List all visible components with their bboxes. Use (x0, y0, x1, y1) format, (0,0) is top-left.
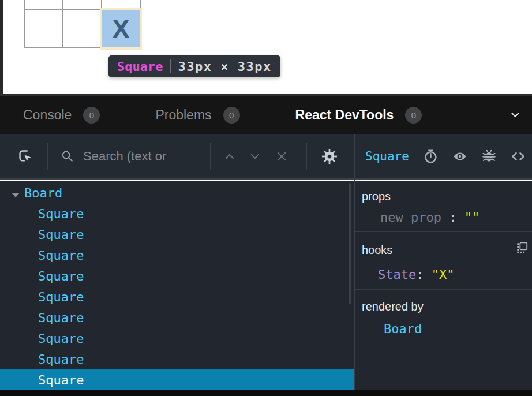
suspend-stopwatch-icon[interactable] (423, 148, 439, 164)
new-prop-input[interactable]: new prop (380, 210, 441, 225)
tree-row[interactable]: Square (0, 369, 354, 390)
tooltip-dimensions: 33px × 33px (178, 59, 271, 74)
inspector-toolbar: Square (355, 134, 532, 180)
hooks-section: hooks State: "X" (355, 232, 532, 290)
hook-state-name: State (378, 267, 416, 282)
tab-label: Console (23, 107, 72, 123)
clear-search-icon[interactable] (275, 150, 289, 163)
inspect-dom-eye-icon[interactable] (452, 148, 468, 165)
hooks-section-title: hooks (362, 244, 526, 257)
devtools-tabbar: Console 0 Problems 0 React DevTools 0 (0, 94, 532, 134)
toolbar-divider (306, 143, 307, 170)
component-name: Square (38, 227, 84, 242)
new-prop-value-input[interactable]: "" (464, 210, 480, 225)
tree-row[interactable]: Square (0, 349, 354, 369)
tree-row[interactable]: Square (0, 286, 354, 307)
panel-divider[interactable] (354, 134, 355, 390)
component-tree: Board Square Square Square Square (0, 181, 354, 390)
board-square[interactable] (25, 10, 62, 47)
tree-toolbar (0, 134, 354, 180)
board-square[interactable] (102, 0, 140, 9)
tree-row[interactable]: Board (0, 182, 354, 203)
settings-gear-icon[interactable] (321, 148, 338, 165)
board-square[interactable] (25, 0, 62, 9)
parse-hook-names-icon[interactable] (516, 241, 529, 254)
selected-component-title: Square (365, 150, 409, 163)
hook-state-value[interactable]: "X" (432, 267, 455, 282)
window-edge (0, 0, 3, 94)
expander-triangle-icon[interactable] (12, 186, 24, 200)
toolbar-divider (210, 143, 211, 170)
tab-badge: 0 (223, 107, 240, 124)
log-bug-icon[interactable] (481, 148, 497, 164)
component-name: Square (38, 269, 84, 283)
previous-result-icon[interactable] (223, 150, 237, 163)
tictactoe-board: X (24, 0, 141, 48)
tree-row[interactable]: Square (0, 266, 354, 286)
component-name: Square (38, 352, 84, 367)
component-name: Square (38, 248, 84, 263)
inspect-overlay-tooltip: Square 33px × 33px (108, 55, 280, 77)
rendered-by-section: rendered by Board (355, 290, 532, 389)
search-input[interactable] (83, 149, 205, 164)
devtools-tab[interactable]: Problems 0 (155, 107, 239, 124)
component-name: Square (38, 311, 84, 325)
rendered-by-title: rendered by (362, 300, 526, 313)
tree-row[interactable]: Square (0, 245, 354, 266)
devtools-tab[interactable]: Console 0 (23, 107, 100, 124)
colon: : (416, 267, 424, 282)
tree-scrollbar[interactable] (349, 183, 351, 304)
inspector-panel: props new prop : "" hooks State: (355, 181, 532, 390)
component-name: Square (38, 373, 84, 387)
tab-badge: 0 (405, 107, 422, 124)
devtools-tab[interactable]: React DevTools 0 (295, 107, 422, 124)
board-square[interactable] (63, 10, 101, 47)
bottom-edge (0, 390, 532, 396)
tab-label: React DevTools (295, 107, 394, 123)
inspect-element-icon[interactable] (17, 148, 33, 164)
chevron-down-icon[interactable] (509, 109, 522, 121)
tooltip-divider (170, 59, 171, 73)
tab-badge: 0 (83, 107, 100, 124)
view-source-code-icon[interactable] (510, 148, 526, 165)
board-square-highlighted[interactable]: X (102, 10, 140, 47)
tree-row[interactable]: Square (0, 203, 354, 224)
tooltip-component-name: Square (117, 59, 163, 74)
component-name: Square (38, 331, 84, 346)
square-mark: X (112, 13, 130, 44)
tree-row[interactable]: Square (0, 328, 354, 349)
colon: : (449, 210, 456, 225)
props-section-title: props (362, 190, 526, 203)
browser-page: X Square 33px × 33px (0, 0, 532, 94)
devtools-window: X Square 33px × 33px Console 0 Problems … (0, 0, 532, 396)
props-section: props new prop : "" (355, 181, 532, 232)
owner-link-board[interactable]: Board (362, 322, 526, 336)
toolbar-divider (47, 143, 48, 170)
component-name: Square (38, 290, 84, 304)
next-result-icon[interactable] (248, 150, 262, 163)
tree-row[interactable]: Square (0, 224, 354, 245)
tab-label: Problems (155, 107, 211, 123)
tree-row[interactable]: Square (0, 307, 354, 328)
component-name: Board (24, 186, 62, 200)
search-icon (61, 150, 74, 163)
board-square[interactable] (63, 0, 101, 9)
component-name: Square (38, 207, 84, 221)
